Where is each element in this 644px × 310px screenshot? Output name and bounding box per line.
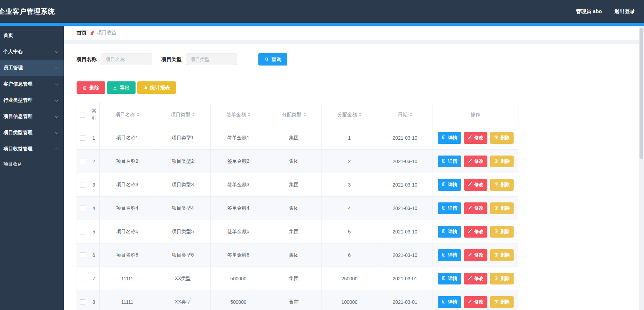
column-header-alloc_amount[interactable]: 分配金额 [322, 103, 377, 126]
project-type-input[interactable] [186, 53, 237, 65]
column-header-actions: 操作 [433, 103, 518, 126]
column-header-alloc_type[interactable]: 分配类型 [266, 103, 322, 126]
cell-actions: 详情修改删除 [433, 197, 518, 220]
column-header-type[interactable]: 项目类型 [155, 103, 211, 126]
row-detail-button[interactable]: 详情 [438, 132, 461, 144]
cell-alloc_amount: 100000 [322, 290, 377, 310]
sort-icon[interactable] [359, 112, 361, 117]
row-delete-button[interactable]: 删除 [490, 179, 514, 191]
row-checkbox[interactable] [80, 182, 85, 188]
document-icon [442, 159, 446, 164]
table-row: 3项目名称3项目类型3签单金额3集团32021-03-10详情修改删除 [77, 173, 632, 197]
table-row: 2项目名称2项目类型2签单金额2集团22021-03-10详情修改删除 [77, 150, 632, 173]
current-user-link[interactable]: 管理员 abo [576, 8, 602, 15]
sort-icon[interactable] [192, 112, 195, 117]
row-edit-button[interactable]: 修改 [464, 226, 487, 238]
column-header-name[interactable]: 项目名称 [100, 103, 155, 126]
vertical-scrollbar[interactable] [639, 26, 644, 310]
row-detail-button[interactable]: 详情 [438, 249, 461, 261]
row-edit-button[interactable]: 修改 [464, 179, 487, 191]
trash-icon [494, 276, 498, 281]
toolbar: 删除 导出 统计报表 [77, 81, 632, 94]
sidebar-item-project-income[interactable]: 项目收益 [0, 157, 64, 171]
pencil-icon [468, 206, 472, 211]
row-edit-button[interactable]: 修改 [464, 296, 487, 308]
row-detail-button[interactable]: 详情 [438, 226, 461, 238]
cell-alloc_type: 集团 [266, 126, 322, 150]
row-checkbox[interactable] [80, 276, 85, 281]
row-detail-button[interactable]: 详情 [438, 179, 461, 191]
sidebar-item-personal-center[interactable]: 个人中心 [0, 43, 64, 60]
cell-alloc_amount: 5 [322, 220, 377, 243]
logout-link[interactable]: 退出登录 [614, 8, 635, 15]
row-checkbox[interactable] [80, 135, 85, 141]
accent-stripe [0, 23, 644, 26]
row-checkbox[interactable] [80, 229, 85, 234]
cell-date: 2021-03-10 [377, 220, 433, 243]
report-button[interactable]: 统计报表 [137, 81, 176, 94]
sidebar-item-label: 项目收益 [3, 161, 22, 167]
delete-button[interactable]: 删除 [77, 81, 105, 94]
cell-alloc_amount: 1 [322, 126, 377, 150]
cell-amount: 签单金额4 [211, 197, 266, 220]
sidebar-item-label: 首页 [3, 32, 13, 39]
sidebar-item-employee-mgmt[interactable]: 员工管理 [0, 60, 64, 76]
column-header-date[interactable]: 日期 [377, 103, 433, 126]
cell-checkbox [77, 173, 88, 197]
cell-date: 2021-03-10 [377, 126, 433, 150]
row-delete-button[interactable]: 删除 [490, 296, 514, 308]
sidebar-item-project-type-mgmt[interactable]: 项目类型管理 [0, 124, 64, 141]
cell-date: 2021-03-01 [377, 290, 433, 310]
row-edit-button[interactable]: 修改 [464, 249, 487, 261]
row-detail-button[interactable]: 详情 [438, 202, 461, 214]
row-detail-button[interactable]: 详情 [438, 296, 461, 308]
row-delete-button[interactable]: 删除 [490, 273, 514, 284]
row-checkbox[interactable] [80, 206, 85, 211]
table-body: 1项目名称1项目类型1签单金额1集团12021-03-10详情修改删除2项目名称… [77, 126, 632, 310]
row-checkbox[interactable] [80, 252, 85, 258]
cell-actions: 详情修改删除 [433, 220, 518, 243]
row-checkbox[interactable] [80, 159, 85, 164]
row-detail-button[interactable]: 详情 [438, 273, 461, 284]
row-delete-button[interactable]: 删除 [490, 249, 514, 261]
sort-icon[interactable] [303, 112, 306, 117]
cell-date: 2021-03-10 [377, 243, 433, 267]
sidebar-item-home[interactable]: 首页 [0, 27, 64, 43]
scrollbar-thumb[interactable] [640, 28, 643, 159]
row-edit-button[interactable]: 修改 [464, 156, 487, 167]
cell-actions: 详情修改删除 [433, 150, 518, 173]
search-button[interactable]: 查询 [258, 53, 287, 66]
column-header-index: 索引 [88, 103, 100, 126]
project-name-input[interactable] [101, 53, 152, 65]
export-button[interactable]: 导出 [107, 81, 136, 94]
row-edit-button[interactable]: 修改 [464, 273, 487, 284]
breadcrumb-home[interactable]: 首页 [77, 30, 87, 36]
row-edit-button[interactable]: 修改 [464, 202, 487, 214]
cell-type: 项目类型2 [155, 150, 211, 173]
sidebar-item-customer-info-mgmt[interactable]: 客户信息管理 [0, 76, 64, 92]
sort-icon[interactable] [409, 112, 412, 117]
sort-icon[interactable] [137, 112, 139, 117]
sidebar-item-industry-type-mgmt[interactable]: 行业类型管理 [0, 92, 64, 108]
row-delete-button[interactable]: 删除 [490, 156, 514, 167]
column-header-label: 项目名称 [116, 111, 135, 118]
row-delete-button[interactable]: 删除 [490, 202, 514, 214]
column-header-amount[interactable]: 签单金额 [211, 103, 266, 126]
breadcrumb-separator-icon: /// [91, 30, 93, 36]
row-delete-button[interactable]: 删除 [490, 132, 514, 144]
row-edit-button[interactable]: 修改 [464, 132, 487, 144]
cell-amount: 500000 [211, 267, 266, 290]
row-checkbox[interactable] [80, 299, 85, 305]
row-delete-button[interactable]: 删除 [490, 226, 514, 238]
select-all-checkbox[interactable] [80, 112, 85, 118]
sidebar-item-project-income-mgmt[interactable]: 项目收益管理 [0, 141, 64, 157]
sidebar-item-label: 个人中心 [3, 49, 23, 55]
sidebar-item-project-info-mgmt[interactable]: 项目信息管理 [0, 108, 64, 124]
column-header-label: 日期 [398, 111, 408, 118]
projects-table: 索引项目名称项目类型签单金额分配类型分配金额日期操作 1项目名称1项目类型1签单… [77, 103, 632, 310]
sort-icon[interactable] [248, 112, 250, 117]
cell-name: 项目名称6 [100, 243, 155, 267]
document-icon [442, 252, 446, 258]
row-detail-button[interactable]: 详情 [438, 156, 461, 167]
table-row: 811111XX类型500000售前1000002021-03-01详情修改删除 [77, 290, 632, 310]
